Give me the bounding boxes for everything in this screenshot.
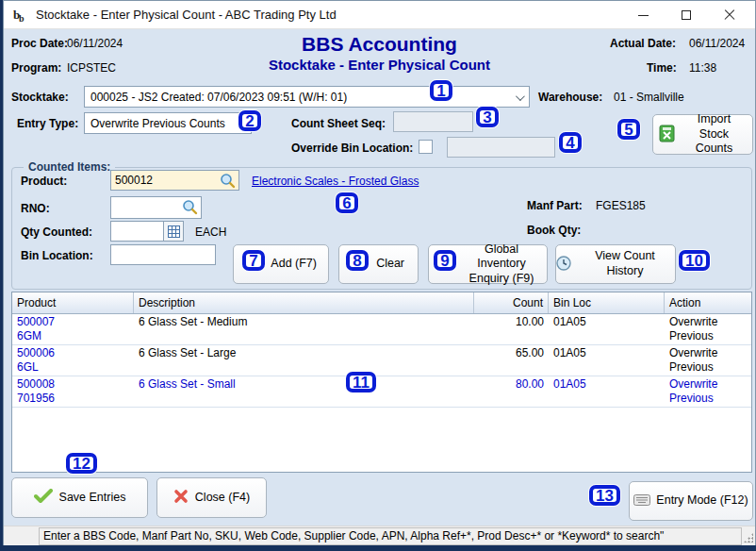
actual-date-value: 06/11/2024 [689, 37, 745, 50]
title-bar: bb Stocktake - Enter Physical Count - AB… [4, 1, 755, 29]
product-description-link[interactable]: Electronic Scales - Frosted Glass [252, 175, 419, 188]
entry-type-select[interactable]: Overwrite Previous Counts [84, 112, 252, 134]
column-header-binloc[interactable]: Bin Loc [549, 292, 665, 313]
manf-part-label: Manf Part: [527, 199, 583, 212]
product-search-icon[interactable] [220, 173, 236, 189]
override-bin-field [447, 137, 555, 158]
annotation-marker-2: 2 [238, 110, 261, 131]
warehouse-label: Warehouse: [538, 91, 602, 104]
qty-counted-label: Qty Counted: [21, 225, 92, 239]
table-row[interactable]: 5000066GL 6 Glass Set - Large 65.00 01A0… [12, 345, 751, 376]
status-hint-text: Enter a BBS Code, Manf Part No, SKU, Web… [39, 527, 742, 545]
save-entries-button[interactable]: Save Entries [11, 477, 148, 518]
table-row[interactable]: 5000076GM 6 Glass Set - Medium 10.00 01A… [12, 314, 751, 345]
annotation-marker-5: 5 [617, 119, 640, 140]
bin-location-label: Bin Location: [21, 249, 93, 262]
product-label: Product: [21, 175, 67, 188]
table-row-selected[interactable]: 500008701956 6 Glass Set - Small 80.00 0… [12, 376, 751, 408]
app-window: bb Stocktake - Enter Physical Count - AB… [3, 0, 756, 545]
time-label: Time: [647, 61, 677, 75]
warehouse-value: 01 - Smallville [614, 91, 684, 104]
import-stock-counts-label: Import Stock Counts [682, 112, 748, 157]
resize-grip[interactable] [744, 533, 753, 543]
override-bin-checkbox[interactable] [419, 140, 433, 154]
count-sheet-seq-field [393, 111, 473, 132]
status-bar: Enter a BBS Code, Manf Part No, SKU, Web… [4, 526, 755, 545]
table-header-row: Product Description Count Bin Loc Action [12, 292, 751, 314]
close-f4-button[interactable]: Close (F4) [156, 477, 267, 518]
annotation-marker-9: 9 [434, 250, 456, 271]
annotation-marker-13: 13 [589, 485, 620, 506]
calculator-icon[interactable] [163, 221, 184, 242]
stocktake-label: Stocktake: [11, 91, 69, 104]
annotation-marker-12: 12 [66, 453, 97, 474]
annotation-marker-7: 7 [242, 250, 265, 271]
counted-items-legend: Counted Items: [24, 160, 115, 174]
actual-date-label: Actual Date: [610, 37, 676, 50]
close-icon [724, 9, 735, 21]
time-value: 11:38 [689, 61, 716, 75]
stocktake-selected-value: 000025 - JS2 Created: 07/06/2023 09:51 (… [90, 91, 347, 104]
stocktake-select[interactable]: 000025 - JS2 Created: 07/06/2023 09:51 (… [84, 86, 530, 108]
entry-mode-button[interactable]: Entry Mode (F12) [629, 481, 753, 521]
view-count-history-button[interactable]: View Count History [555, 244, 676, 284]
close-button[interactable] [708, 1, 751, 29]
check-icon [34, 489, 53, 507]
column-header-count[interactable]: Count [474, 292, 549, 313]
override-bin-label: Override Bin Location: [291, 142, 413, 155]
maximize-icon [682, 10, 691, 20]
count-sheet-seq-label: Count Sheet Seq: [291, 117, 386, 130]
add-button-label: Add (F7) [271, 257, 317, 272]
entry-mode-label: Entry Mode (F12) [656, 493, 748, 509]
annotation-marker-11: 11 [346, 372, 376, 392]
view-count-history-label: View Count History [575, 249, 675, 278]
annotation-marker-3: 3 [476, 107, 499, 127]
entry-type-selected-value: Overwrite Previous Counts [90, 117, 225, 130]
page-title: Stocktake - Enter Physical Count [4, 57, 755, 73]
annotation-marker-1: 1 [430, 80, 452, 101]
save-entries-label: Save Entries [59, 491, 126, 506]
clock-icon [556, 256, 571, 274]
column-header-product[interactable]: Product [12, 292, 134, 313]
window-title: Stocktake - Enter Physical Count - ABC T… [36, 8, 337, 22]
annotation-marker-8: 8 [346, 250, 369, 271]
bin-location-input[interactable] [110, 244, 216, 265]
bbs-logo-icon: bb [12, 7, 29, 24]
column-header-description[interactable]: Description [134, 292, 474, 313]
counted-items-table[interactable]: Product Description Count Bin Loc Action… [11, 292, 752, 473]
minimize-button[interactable] [621, 1, 665, 29]
entry-type-label: Entry Type: [17, 117, 78, 130]
keyboard-icon [633, 494, 650, 509]
global-inventory-enquiry-label: Global Inventory Enquiry (F9) [462, 242, 541, 287]
annotation-marker-4: 4 [559, 132, 582, 153]
rno-search-icon[interactable] [182, 199, 198, 215]
annotation-marker-6: 6 [336, 192, 358, 213]
chevron-down-icon [516, 92, 525, 101]
annotation-marker-10: 10 [679, 250, 710, 271]
manf-part-value: FGES185 [596, 199, 646, 212]
svg-text:b: b [19, 13, 25, 24]
maximize-button[interactable] [665, 1, 708, 29]
close-f4-label: Close (F4) [195, 491, 250, 506]
uom-value: EACH [195, 225, 226, 239]
minimize-icon [638, 15, 649, 16]
qty-counted-input[interactable] [110, 221, 164, 242]
clear-button-label: Clear [376, 257, 404, 272]
red-x-icon [173, 489, 189, 507]
import-stock-counts-button[interactable]: Import Stock Counts [652, 114, 753, 155]
rno-label: RNO: [21, 202, 50, 215]
excel-import-icon [659, 125, 675, 145]
book-qty-label: Book Qty: [527, 224, 581, 237]
column-header-action[interactable]: Action [665, 292, 751, 313]
